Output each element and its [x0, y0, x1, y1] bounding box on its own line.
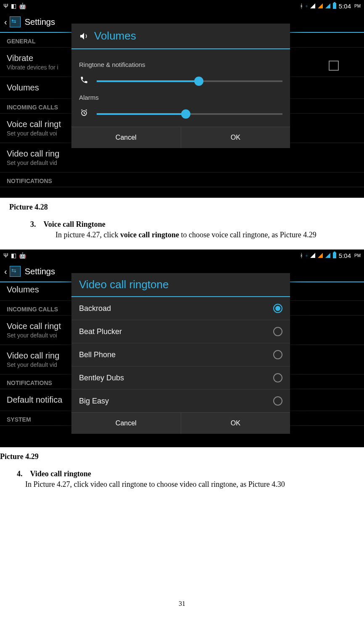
dialog-title-text: Video call ringtone	[79, 278, 169, 291]
dialog-body: Ringtone & notifications Alarms	[71, 49, 290, 127]
radio-selected-icon	[273, 304, 282, 313]
ok-button[interactable]: OK	[181, 413, 290, 434]
radio-unselected-icon	[273, 373, 282, 382]
sd-icon: ◧	[11, 3, 16, 9]
option-label: Big Easy	[79, 397, 109, 406]
ringtone-option[interactable]: Big Easy	[71, 390, 290, 412]
usb-icon: Ψ	[3, 252, 8, 259]
usb-icon: Ψ	[3, 3, 8, 9]
dialog-buttons: Cancel OK	[71, 127, 290, 148]
dialog-title: Video call ringtone	[71, 273, 290, 297]
item-number: 3.	[30, 220, 36, 228]
clock-ampm: PM	[354, 253, 361, 258]
phone-icon	[79, 76, 89, 86]
item-body: In Picture 4.27, click video call ringto…	[25, 480, 364, 489]
titlebar-text: Settings	[25, 17, 55, 27]
android-icon: 🤖	[19, 3, 26, 9]
clock-ampm: PM	[354, 4, 361, 8]
radio-unselected-icon	[273, 327, 282, 336]
ringtone-option[interactable]: Beat Plucker	[71, 320, 290, 343]
cancel-button[interactable]: Cancel	[71, 127, 181, 148]
body-b: to choose voice call ringtone, as Pictur…	[179, 231, 317, 239]
alarms-slider[interactable]	[97, 113, 282, 115]
dialog-title-text: Volumes	[94, 29, 136, 42]
option-label: Beat Plucker	[79, 327, 122, 336]
ok-button[interactable]: OK	[181, 127, 290, 148]
item-title: Video call ringtone	[30, 470, 91, 478]
radio-unselected-icon	[273, 350, 282, 359]
caption-428: Picture 4.28	[9, 203, 364, 212]
statusbar: Ψ ◧ 🤖 ᚼ ◦ 5:04PM	[0, 249, 364, 261]
ringtone-option[interactable]: Bentley Dubs	[71, 366, 290, 390]
slider-label-alarms: Alarms	[79, 94, 282, 101]
back-icon[interactable]: ‹	[4, 17, 7, 27]
ringtone-option[interactable]: Backroad	[71, 297, 290, 320]
signal-icon-3	[325, 253, 330, 258]
signal-icon-1	[310, 3, 315, 8]
screenshot-volumes-dialog: Ψ ◧ 🤖 ᚼ ◦ 5:04PM ‹ Settings GENERAL Vibr…	[0, 0, 364, 198]
signal-icon-1	[310, 253, 315, 258]
battery-icon	[333, 252, 336, 258]
clock-time: 5:04	[339, 3, 351, 10]
ringtone-list: Backroad Beat Plucker Bell Phone Bentley…	[71, 297, 290, 412]
body-a: In picture 4.27, click	[55, 231, 120, 239]
settings-icon	[10, 266, 21, 277]
option-label: Backroad	[79, 304, 111, 313]
item-body: In picture 4.27, click voice call ringto…	[55, 231, 364, 239]
item-title: Voice call Ringtone	[44, 220, 106, 228]
ringtone-dialog: Video call ringtone Backroad Beat Plucke…	[71, 273, 290, 434]
battery-icon	[333, 3, 336, 9]
sd-icon: ◧	[11, 252, 16, 259]
android-icon: 🤖	[19, 252, 26, 259]
volume-icon	[79, 31, 89, 41]
item-number: 4.	[17, 470, 23, 478]
wifi-icon: ◦	[306, 252, 308, 259]
section-notifications: NOTIFICATIONS	[0, 173, 364, 187]
screenshot-ringtone-dialog: Ψ ◧ 🤖 ᚼ ◦ 5:04PM ‹ Settings Volumes INCO…	[0, 249, 364, 447]
page-number: 31	[0, 600, 364, 608]
section-3: 3. Voice call Ringtone In picture 4.27, …	[9, 220, 364, 239]
option-label: Bentley Dubs	[79, 374, 124, 382]
titlebar-text: Settings	[25, 267, 55, 276]
ringtone-option[interactable]: Bell Phone	[71, 343, 290, 366]
option-label: Bell Phone	[79, 350, 116, 359]
signal-icon-2	[318, 3, 323, 8]
wifi-icon: ◦	[306, 3, 308, 9]
slider-row-ringtone	[79, 76, 282, 86]
alarm-icon	[79, 109, 89, 119]
volumes-dialog: Volumes Ringtone & notifications Alarms	[71, 24, 290, 148]
slider-row-alarms	[79, 109, 282, 119]
settings-icon	[10, 16, 21, 27]
cancel-button[interactable]: Cancel	[71, 413, 181, 434]
caption-429: Picture 4.29	[0, 452, 364, 461]
row-title: Video call ring	[7, 149, 357, 159]
clock-time: 5:04	[339, 252, 351, 259]
bluetooth-icon: ᚼ	[300, 252, 303, 259]
dialog-title: Volumes	[71, 24, 290, 49]
vibrate-checkbox[interactable]	[329, 61, 339, 71]
statusbar: Ψ ◧ 🤖 ᚼ ◦ 5:04PM	[0, 0, 364, 12]
radio-unselected-icon	[273, 396, 282, 406]
signal-icon-3	[325, 3, 330, 8]
ringtone-slider[interactable]	[97, 80, 282, 82]
signal-icon-2	[318, 253, 323, 258]
bluetooth-icon: ᚼ	[300, 3, 303, 9]
dialog-buttons: Cancel OK	[71, 412, 290, 434]
row-subtitle: Set your default vid	[7, 159, 357, 166]
slider-label-ringtone: Ringtone & notifications	[79, 61, 282, 68]
section-4: 4. Video call ringtone In Picture 4.27, …	[0, 470, 364, 489]
body-bold: voice call ringtone	[120, 231, 179, 239]
back-icon[interactable]: ‹	[4, 267, 7, 276]
